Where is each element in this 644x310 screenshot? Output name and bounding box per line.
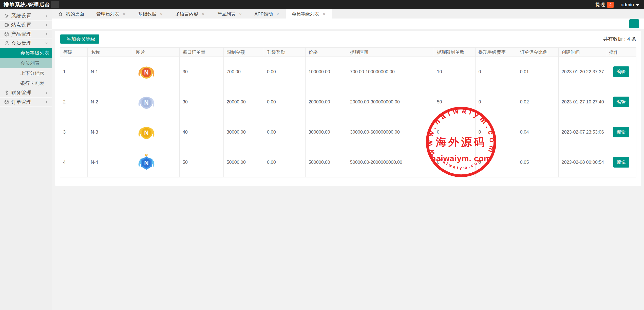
tab-my-desktop[interactable]: 我的桌面 bbox=[52, 9, 90, 19]
level-badge-image: N bbox=[136, 147, 176, 177]
sidebar-item-updown-records[interactable]: 上下分记录 bbox=[0, 68, 52, 78]
sidebar-item-site-settings[interactable]: 站点设置 bbox=[0, 21, 52, 30]
cell-name: N-2 bbox=[88, 87, 133, 117]
refresh-button[interactable] bbox=[629, 19, 639, 28]
tab-label: 产品列表 bbox=[217, 11, 235, 17]
cell-created-at: 2023-01-27 10:27:40 bbox=[558, 87, 606, 117]
cell-withdraw-fee-rate: 0 bbox=[475, 87, 517, 117]
cell-commission-rate: 0.01 bbox=[517, 57, 558, 87]
column-header: 创建时间 bbox=[558, 48, 606, 57]
close-icon[interactable]: × bbox=[159, 12, 163, 16]
cell-upgrade-reward: 0.00 bbox=[264, 117, 305, 147]
cell-withdraw-limit-count: 0 bbox=[434, 147, 475, 177]
home-icon bbox=[58, 12, 63, 16]
level-badge-image: N bbox=[136, 57, 176, 87]
tab-product-list[interactable]: 产品列表× bbox=[211, 9, 248, 19]
sidebar-item-product-management[interactable]: 产品管理 bbox=[0, 30, 52, 39]
close-icon[interactable]: × bbox=[122, 12, 126, 16]
edit-button[interactable]: 编辑 bbox=[613, 157, 629, 168]
sidebar-item-order-management[interactable]: 订单管理 bbox=[0, 98, 52, 107]
cell-withdraw-fee-rate: 0 bbox=[475, 147, 517, 177]
column-header: 图片 bbox=[133, 48, 180, 57]
sidebar-item-member-management[interactable]: 会员管理 bbox=[0, 39, 52, 48]
tab-multilang-content[interactable]: 多语言内容× bbox=[169, 9, 211, 19]
cell-price: 100000.00 bbox=[305, 57, 347, 87]
column-header: 操作 bbox=[606, 48, 636, 57]
sidebar-item-label: 财务管理 bbox=[11, 89, 45, 96]
card-header: 添加会员等级 共有数据：4 条 bbox=[60, 34, 636, 47]
cell-withdraw-fee-rate: 0 bbox=[475, 57, 517, 87]
tab-basic-data[interactable]: 基础数据× bbox=[132, 9, 169, 19]
cell-withdraw-range: 50000.00-2000000000.00 bbox=[347, 147, 434, 177]
level-badge-image: N bbox=[136, 87, 176, 117]
cell-daily-orders: 30 bbox=[179, 87, 223, 117]
topbar: 排单系统-管理后台 提现 4 admin bbox=[0, 0, 644, 9]
sidebar-item-label: 系统设置 bbox=[11, 12, 45, 19]
sidebar-nav: 系统设置站点设置产品管理会员管理会员等级列表会员列表上下分记录银行卡列表财务管理… bbox=[0, 9, 52, 107]
main-area: 我的桌面管理员列表×基础数据×多语言内容×产品列表×APP滚动×会员等级列表× … bbox=[52, 9, 644, 310]
close-icon[interactable]: × bbox=[238, 12, 242, 16]
edit-button[interactable]: 编辑 bbox=[613, 97, 629, 107]
column-header: 订单佣金比例 bbox=[517, 48, 558, 57]
close-icon[interactable]: × bbox=[322, 12, 326, 16]
sidebar-item-label: 站点设置 bbox=[11, 22, 45, 28]
cell-level: 3 bbox=[60, 117, 88, 147]
close-icon[interactable]: × bbox=[201, 12, 205, 16]
edit-button[interactable]: 编辑 bbox=[613, 66, 629, 77]
tab-admin-list[interactable]: 管理员列表× bbox=[90, 9, 132, 19]
cell-actions: 编辑 bbox=[606, 117, 636, 147]
sidebar-item-member-list[interactable]: 会员列表 bbox=[0, 58, 52, 68]
sidebar-item-member-level-list[interactable]: 会员等级列表 bbox=[0, 48, 52, 58]
cell-daily-orders: 40 bbox=[179, 117, 223, 147]
tab-label: 管理员列表 bbox=[96, 11, 119, 17]
cell-price: 300000.00 bbox=[305, 117, 347, 147]
cell-limit-amount: 30000.00 bbox=[223, 117, 264, 147]
cell-level: 4 bbox=[60, 147, 88, 177]
cell-price: 500000.00 bbox=[305, 147, 347, 177]
sidebar-item-bank-card-list[interactable]: 银行卡列表 bbox=[0, 78, 52, 88]
app-title: 排单系统-管理后台 bbox=[0, 1, 48, 8]
toolbar-strip bbox=[52, 19, 644, 29]
cell-name: N-4 bbox=[88, 147, 133, 177]
caret-down-icon bbox=[636, 4, 639, 6]
table-body: 1N-1N30700.000.00100000.00700.00-1000000… bbox=[60, 57, 636, 177]
cell-actions: 编辑 bbox=[606, 87, 636, 117]
cell-withdraw-limit-count: 0 bbox=[434, 117, 475, 147]
withdraw-count-badge: 4 bbox=[607, 2, 614, 8]
cell-commission-rate: 0.02 bbox=[517, 87, 558, 117]
sidebar-item-system-settings[interactable]: 系统设置 bbox=[0, 11, 52, 21]
cell-limit-amount: 50000.00 bbox=[223, 147, 264, 177]
add-member-level-button[interactable]: 添加会员等级 bbox=[60, 34, 99, 44]
user-icon bbox=[4, 41, 11, 46]
topbar-right: 提现 4 admin bbox=[595, 2, 644, 8]
sidebar-item-label: 产品管理 bbox=[11, 31, 45, 38]
cell-created-at: 2023-01-20 22:37:37 bbox=[558, 57, 606, 87]
close-icon[interactable]: × bbox=[276, 12, 279, 16]
cell-withdraw-range: 20000.00-300000000.00 bbox=[347, 87, 434, 117]
column-header: 每日订单量 bbox=[179, 48, 223, 57]
menu-toggle-button[interactable] bbox=[51, 1, 59, 8]
table-row: 3N-3N4030000.000.00300000.0030000.00-600… bbox=[60, 117, 636, 147]
chevron-left-icon bbox=[45, 91, 48, 95]
edit-button[interactable]: 编辑 bbox=[613, 127, 629, 137]
withdraw-link[interactable]: 提现 4 bbox=[595, 2, 614, 8]
cube-icon bbox=[4, 31, 11, 37]
cell-daily-orders: 30 bbox=[179, 57, 223, 87]
sidebar-item-finance-management[interactable]: 财务管理 bbox=[0, 88, 52, 98]
cell-name: N-1 bbox=[88, 57, 133, 87]
tab-label: 基础数据 bbox=[138, 11, 156, 17]
tab-member-level-list[interactable]: 会员等级列表× bbox=[286, 9, 332, 19]
chevron-left-icon bbox=[45, 100, 48, 104]
cell-withdraw-limit-count: 50 bbox=[434, 87, 475, 117]
column-header: 提现限制单数 bbox=[434, 48, 475, 57]
cell-image: N bbox=[133, 87, 180, 117]
chevron-left-icon bbox=[45, 32, 48, 36]
tab-app-scroll[interactable]: APP滚动× bbox=[248, 9, 286, 19]
cell-actions: 编辑 bbox=[606, 57, 636, 87]
cell-limit-amount: 20000.00 bbox=[223, 87, 264, 117]
tab-label: 会员等级列表 bbox=[292, 11, 319, 17]
user-menu[interactable]: admin bbox=[621, 2, 639, 8]
sidebar: 系统设置站点设置产品管理会员管理会员等级列表会员列表上下分记录银行卡列表财务管理… bbox=[0, 9, 52, 310]
table-row: 1N-1N30700.000.00100000.00700.00-1000000… bbox=[60, 57, 636, 87]
level-badge-image: N bbox=[136, 117, 176, 147]
